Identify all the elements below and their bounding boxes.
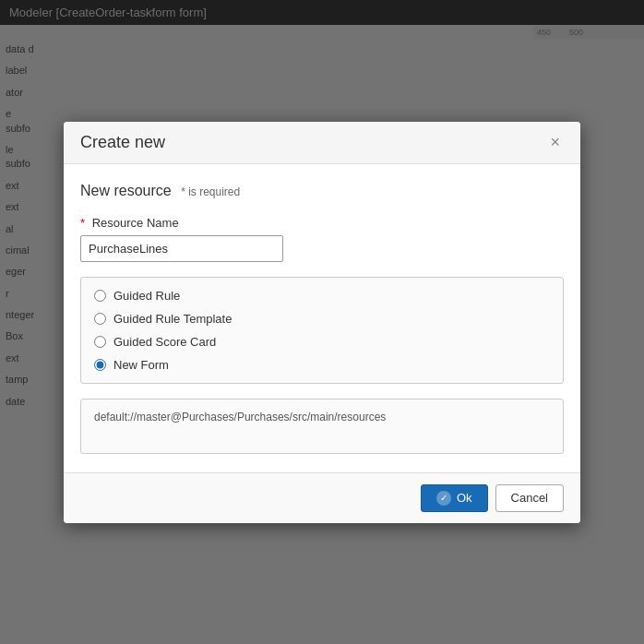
dialog-body: New resource * is required * Resource Na… <box>64 164 580 472</box>
resource-name-input[interactable] <box>80 235 283 262</box>
options-panel: Guided Rule Guided Rule Template Guided … <box>80 277 564 384</box>
radio-guided-score-card[interactable] <box>94 336 106 348</box>
path-display: default://master@Purchases/Purchases/src… <box>80 399 564 454</box>
radio-guided-rule-template[interactable] <box>94 313 106 325</box>
dialog-title: Create new <box>80 133 165 152</box>
radio-label-guided-score-card[interactable]: Guided Score Card <box>113 335 216 349</box>
radio-label-new-form[interactable]: New Form <box>113 358 169 372</box>
required-star: * <box>80 216 85 230</box>
radio-label-guided-rule[interactable]: Guided Rule <box>113 289 180 303</box>
dialog: Create new × New resource * is required … <box>64 122 580 523</box>
new-resource-header: New resource * is required <box>80 183 564 199</box>
radio-label-guided-rule-template[interactable]: Guided Rule Template <box>113 312 232 326</box>
radio-guided-rule[interactable] <box>94 290 106 302</box>
radio-option-guided-score-card[interactable]: Guided Score Card <box>94 335 550 349</box>
path-value: default://master@Purchases/Purchases/src… <box>94 411 386 423</box>
ok-icon: ✓ <box>436 491 451 506</box>
dialog-header: Create new × <box>64 122 580 164</box>
ok-label: Ok <box>457 491 472 505</box>
dialog-footer: ✓ Ok Cancel <box>64 472 580 523</box>
ok-button[interactable]: ✓ Ok <box>421 484 488 512</box>
required-note: * is required <box>181 185 240 198</box>
radio-option-guided-rule-template[interactable]: Guided Rule Template <box>94 312 550 326</box>
radio-new-form[interactable] <box>94 359 106 371</box>
resource-name-label: * Resource Name <box>80 216 564 230</box>
cancel-button[interactable]: Cancel <box>495 484 564 512</box>
radio-option-guided-rule[interactable]: Guided Rule <box>94 289 550 303</box>
modal-overlay: Create new × New resource * is required … <box>0 0 644 644</box>
resource-name-group: * Resource Name <box>80 216 564 262</box>
radio-option-new-form[interactable]: New Form <box>94 358 550 372</box>
close-button[interactable]: × <box>546 134 564 150</box>
new-resource-title: New resource * is required <box>80 183 240 198</box>
